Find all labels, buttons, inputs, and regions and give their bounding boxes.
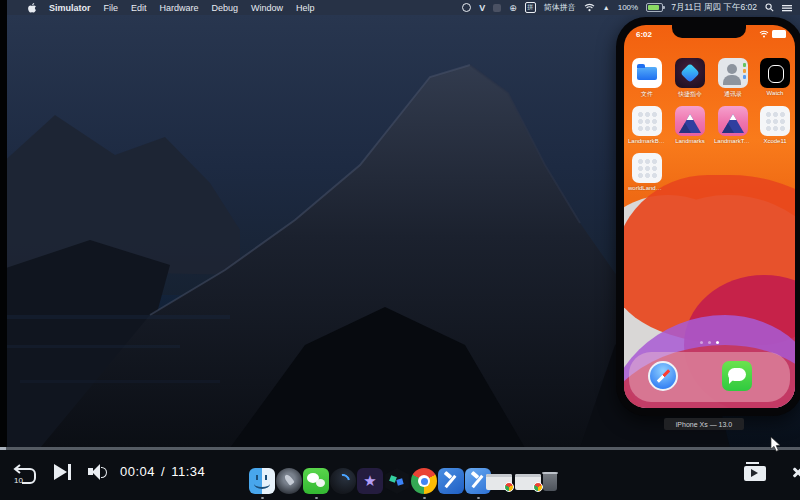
phone-battery-icon	[772, 30, 786, 38]
dark-app-icon[interactable]	[493, 2, 501, 13]
landmarks-app-icon[interactable]	[718, 106, 748, 136]
menubar-datetime[interactable]: 7月11日 周四 下午6:02	[671, 2, 757, 13]
skip-next-icon[interactable]	[54, 464, 76, 480]
chrome-window-thumbnail[interactable]	[486, 474, 512, 490]
video-player-stage: Simulator File Edit Hardware Debug Windo…	[0, 0, 800, 500]
landmarks-app-icon[interactable]	[675, 106, 705, 136]
launchpad-icon[interactable]	[276, 468, 302, 494]
trash-icon[interactable]	[543, 472, 557, 491]
menu-window[interactable]: Window	[251, 3, 283, 13]
playback-time: 00:04 / 11:34	[120, 464, 205, 479]
device-label-tooltip: iPhone Xs — 13.0	[664, 418, 744, 430]
v-app-icon[interactable]: V	[479, 2, 485, 13]
app-contacts[interactable]: 通讯录	[714, 58, 752, 99]
dark-media-app-icon[interactable]	[330, 468, 356, 494]
app-landmarktes[interactable]: LandmarkTes...	[714, 106, 752, 144]
phone-status-time: 6:02	[636, 30, 652, 39]
chrome-window-thumbnail[interactable]	[515, 474, 541, 490]
svg-text:10: 10	[14, 476, 23, 485]
menu-app-name[interactable]: Simulator	[49, 3, 91, 13]
imovie-icon[interactable]: ★	[357, 468, 383, 494]
wechat-icon[interactable]	[303, 468, 329, 494]
running-dot	[477, 497, 480, 499]
simulator-screen[interactable]: 6:02 文件 快捷指令 通讯录 Watch	[624, 25, 795, 408]
files-app-icon[interactable]	[632, 58, 662, 88]
menu-file[interactable]: File	[104, 3, 119, 13]
running-dot	[261, 497, 264, 499]
menu-list-icon[interactable]	[782, 2, 792, 13]
time-total: 11:34	[171, 464, 205, 479]
safari-icon[interactable]	[648, 361, 678, 391]
home-page-dots	[624, 341, 795, 344]
placeholder-app-icon[interactable]	[632, 106, 662, 136]
battery-icon[interactable]	[646, 3, 663, 12]
menu-hardware[interactable]: Hardware	[160, 3, 199, 13]
app-worldlandmark[interactable]: worldLandmark	[628, 153, 666, 191]
volume-icon[interactable]	[88, 463, 110, 480]
placeholder-app-icon[interactable]	[632, 153, 662, 183]
miniplayer-icon[interactable]	[744, 466, 766, 481]
app-watch[interactable]: Watch	[756, 58, 794, 96]
phone-wifi-icon	[759, 30, 769, 38]
shortcuts-app-icon[interactable]	[675, 58, 705, 88]
xcode-icon[interactable]	[438, 468, 464, 494]
search-icon[interactable]	[765, 2, 774, 13]
running-dot	[423, 497, 426, 499]
device-notch	[672, 25, 746, 38]
app-files[interactable]: 文件	[628, 58, 666, 99]
rewind-10-icon[interactable]: 10	[12, 462, 38, 490]
app-shortcuts[interactable]: 快捷指令	[671, 58, 709, 99]
time-current: 00:04	[120, 464, 155, 479]
chrome-icon[interactable]	[411, 468, 437, 494]
fullscreen-icon[interactable]	[791, 464, 800, 480]
wifi-icon[interactable]	[584, 2, 595, 13]
finder-icon[interactable]	[249, 468, 275, 494]
macos-menu-bar: Simulator File Edit Hardware Debug Windo…	[0, 0, 800, 15]
contacts-app-icon[interactable]	[718, 58, 748, 88]
mouse-cursor	[770, 437, 782, 457]
battery-percent: 100%	[618, 2, 638, 13]
eject-icon[interactable]: ▲	[603, 2, 610, 13]
menu-edit[interactable]: Edit	[131, 3, 147, 13]
globe-menu-icon[interactable]: ⊕	[509, 2, 517, 13]
app-xcode11[interactable]: Xcode11	[756, 106, 794, 144]
apple-menu-icon[interactable]	[28, 2, 36, 13]
record-circle-icon[interactable]	[462, 2, 471, 13]
phone-status-icons	[759, 30, 786, 38]
watch-app-icon[interactable]	[760, 58, 790, 88]
app-landmarks[interactable]: Landmarks	[671, 106, 709, 144]
running-dot	[315, 497, 318, 499]
messages-icon[interactable]	[722, 361, 752, 391]
input-method-label[interactable]: 简体拼音	[544, 2, 576, 13]
input-method-icon[interactable]: 拼	[525, 2, 536, 13]
placeholder-app-icon[interactable]	[760, 106, 790, 136]
menu-debug[interactable]: Debug	[212, 3, 239, 13]
video-letterbox	[0, 0, 7, 448]
simulator-device-frame[interactable]: 6:02 文件 快捷指令 通讯录 Watch	[616, 17, 800, 416]
time-separator: /	[161, 464, 165, 479]
app-landmarkbea[interactable]: LandmarkBea...	[628, 106, 666, 144]
menu-help[interactable]: Help	[296, 3, 315, 13]
